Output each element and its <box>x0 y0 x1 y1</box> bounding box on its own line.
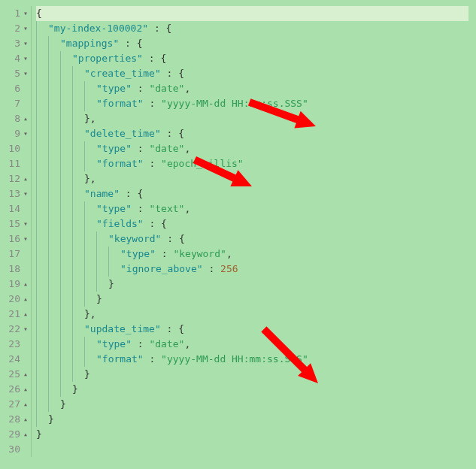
code-line[interactable]: "create_time" : { <box>36 66 468 81</box>
indent-guide <box>36 36 48 51</box>
code-line[interactable]: "type" : "keyword", <box>36 247 468 262</box>
fold-icon[interactable]: ▾ <box>22 186 28 201</box>
token-punc: : <box>144 98 161 109</box>
code-line[interactable]: } <box>36 397 468 412</box>
gutter-line[interactable]: 17 <box>8 247 28 262</box>
gutter-line[interactable]: 30 <box>8 442 28 457</box>
gutter-line[interactable]: 4▾ <box>8 51 28 66</box>
fold-icon[interactable]: ▾ <box>22 66 28 81</box>
code-line[interactable]: }, <box>36 307 468 322</box>
gutter-line[interactable]: 9▾ <box>8 126 28 141</box>
code-line[interactable]: } <box>36 277 468 292</box>
token-punc: { <box>179 233 185 244</box>
gutter-line[interactable]: 15▾ <box>8 216 28 231</box>
code-line[interactable]: "type" : "date", <box>36 81 468 96</box>
fold-icon[interactable]: ▾ <box>22 6 28 21</box>
fold-icon[interactable]: ▾ <box>22 126 28 141</box>
gutter-line[interactable]: 24 <box>8 352 28 367</box>
code-line[interactable]: } <box>36 382 468 397</box>
code-line[interactable] <box>36 442 468 457</box>
indent-guide <box>84 81 96 96</box>
line-number: 26 <box>8 382 20 397</box>
code-editor[interactable]: 1▾2▾3▾4▾5▾678▴9▾101112▴13▾1415▾16▾171819… <box>8 6 468 457</box>
gutter-line[interactable]: 10 <box>8 141 28 156</box>
gutter-line[interactable]: 16▾ <box>8 231 28 247</box>
code-line[interactable]: "delete_time" : { <box>36 126 468 141</box>
line-gutter[interactable]: 1▾2▾3▾4▾5▾678▴9▾101112▴13▾1415▾16▾171819… <box>8 6 32 457</box>
token-key: "delete_time" <box>84 128 161 139</box>
gutter-line[interactable]: 11 <box>8 156 28 171</box>
fold-icon[interactable]: ▴ <box>22 367 28 382</box>
code-line[interactable]: "mappings" : { <box>36 36 468 51</box>
indent-guide <box>48 36 60 51</box>
gutter-line[interactable]: 1▾ <box>8 6 28 21</box>
fold-icon[interactable]: ▴ <box>22 292 28 307</box>
fold-icon[interactable]: ▴ <box>22 171 28 186</box>
fold-icon[interactable]: ▾ <box>22 36 28 51</box>
fold-icon[interactable]: ▾ <box>22 216 28 231</box>
fold-icon[interactable]: ▴ <box>22 427 28 442</box>
code-line[interactable]: "type" : "date", <box>36 141 468 156</box>
gutter-line[interactable]: 5▾ <box>8 66 28 81</box>
gutter-line[interactable]: 20▴ <box>8 292 28 307</box>
gutter-line[interactable]: 26▴ <box>8 382 28 397</box>
indent-guide <box>36 397 48 412</box>
fold-icon[interactable]: ▴ <box>22 382 28 397</box>
gutter-line[interactable]: 27▴ <box>8 397 28 412</box>
code-line[interactable]: }, <box>36 111 468 126</box>
code-line[interactable]: } <box>36 427 468 442</box>
indent-guide <box>72 337 84 352</box>
code-line[interactable]: } <box>36 367 468 382</box>
code-line[interactable]: "update_time" : { <box>36 322 468 337</box>
code-line[interactable]: "format" : "yyyy-MM-dd HH:mm:ss.SSS" <box>36 352 468 367</box>
line-number: 10 <box>8 141 20 156</box>
code-line[interactable]: "type" : "text", <box>36 201 468 216</box>
code-line[interactable]: "format" : "epoch_millis" <box>36 156 468 171</box>
code-line[interactable]: { <box>36 6 468 21</box>
fold-icon[interactable]: ▾ <box>22 322 28 337</box>
token-punc: { <box>166 23 172 34</box>
gutter-line[interactable]: 22▾ <box>8 322 28 337</box>
gutter-line[interactable]: 3▾ <box>8 36 28 51</box>
fold-icon[interactable]: ▾ <box>22 231 28 247</box>
gutter-line[interactable]: 29▴ <box>8 427 28 442</box>
code-line[interactable]: "name" : { <box>36 186 468 201</box>
fold-icon[interactable]: ▴ <box>22 412 28 427</box>
fold-icon[interactable]: ▴ <box>22 397 28 412</box>
code-line[interactable]: } <box>36 412 468 427</box>
gutter-line[interactable]: 28▴ <box>8 412 28 427</box>
code-line[interactable]: "format" : "yyyy-MM-dd HH:mm:ss.SSS" <box>36 96 468 111</box>
indent-guide <box>48 171 60 186</box>
code-line[interactable]: "type" : "date", <box>36 337 468 352</box>
gutter-line[interactable]: 23 <box>8 337 28 352</box>
gutter-line[interactable]: 12▴ <box>8 171 28 186</box>
gutter-line[interactable]: 2▾ <box>8 21 28 36</box>
fold-icon[interactable]: ▴ <box>22 277 28 292</box>
gutter-line[interactable]: 6 <box>8 81 28 96</box>
code-line[interactable]: "properties" : { <box>36 51 468 66</box>
token-punc: { <box>160 53 166 64</box>
fold-icon[interactable]: ▴ <box>22 307 28 322</box>
gutter-line[interactable]: 8▴ <box>8 111 28 126</box>
gutter-line[interactable]: 13▾ <box>8 186 28 201</box>
code-line[interactable]: }, <box>36 171 468 186</box>
code-line[interactable]: "my-index-100002" : { <box>36 21 468 36</box>
fold-icon[interactable]: ▾ <box>22 21 28 36</box>
code-area[interactable]: {"my-index-100002" : {"mappings" : {"pro… <box>32 6 468 457</box>
code-line[interactable]: "fields" : { <box>36 216 468 231</box>
gutter-line[interactable]: 18 <box>8 262 28 277</box>
gutter-line[interactable]: 21▴ <box>8 307 28 322</box>
indent-guide <box>48 322 60 337</box>
gutter-line[interactable]: 14 <box>8 201 28 216</box>
code-line[interactable]: "keyword" : { <box>36 231 468 247</box>
token-key: "update_time" <box>84 323 161 334</box>
code-line[interactable]: } <box>36 292 468 307</box>
indent-guide <box>36 216 48 231</box>
gutter-line[interactable]: 7 <box>8 96 28 111</box>
gutter-line[interactable]: 19▴ <box>8 277 28 292</box>
fold-icon[interactable]: ▾ <box>22 51 28 66</box>
fold-icon[interactable]: ▴ <box>22 111 28 126</box>
code-line[interactable]: "ignore_above" : 256 <box>36 262 468 277</box>
token-key: "mappings" <box>60 38 119 49</box>
gutter-line[interactable]: 25▴ <box>8 367 28 382</box>
